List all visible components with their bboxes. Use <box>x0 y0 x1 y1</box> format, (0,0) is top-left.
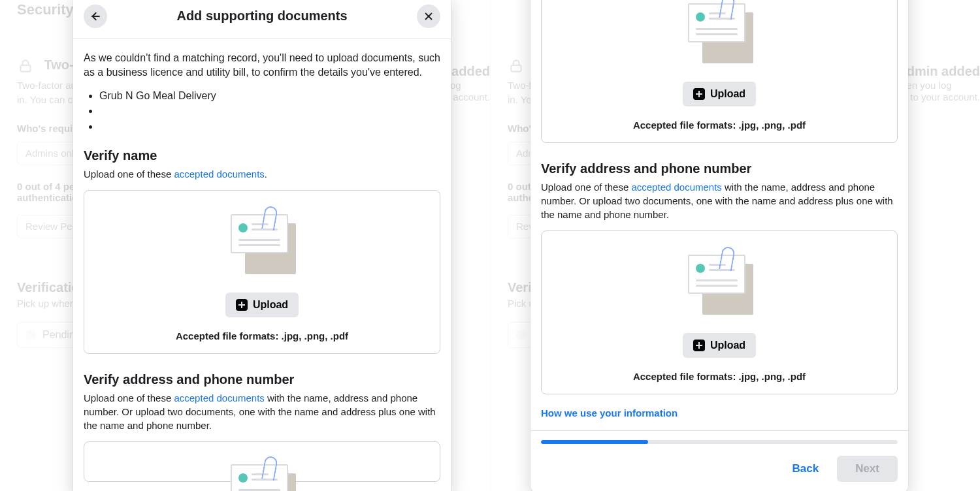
upload-button[interactable]: Upload <box>683 333 756 358</box>
svg-rect-0 <box>20 65 30 72</box>
modal-footer: Back Next <box>531 430 908 491</box>
how-we-use-info-link[interactable]: How we use your information <box>541 407 898 419</box>
document-illustration-icon <box>680 0 759 69</box>
upload-button[interactable]: Upload <box>683 82 756 106</box>
upload-card-name[interactable]: Upload Accepted file formats: .jpg, .png… <box>84 190 440 354</box>
arrow-left-icon <box>90 10 101 22</box>
upload-card-address[interactable]: Upload Accepted file formats: .jpg, .png… <box>541 230 898 394</box>
close-button[interactable] <box>417 5 440 28</box>
upload-card-name[interactable]: Upload Accepted file formats: .jpg, .png… <box>541 0 898 143</box>
lock-icon <box>17 57 34 74</box>
close-icon <box>423 10 434 22</box>
accepted-documents-link[interactable]: accepted documents <box>631 182 721 193</box>
modal-body-scrolled: Upload Accepted file formats: .jpg, .png… <box>531 0 908 430</box>
plus-icon <box>693 88 705 100</box>
list-item <box>99 103 440 118</box>
admin-added-heading-r: Admin added <box>897 64 980 79</box>
accepted-formats: Accepted file formats: .jpg, .png, .pdf <box>633 371 806 382</box>
upload-card-address[interactable] <box>84 441 440 482</box>
modal-intro: As we couldn't find a matching record, y… <box>84 51 440 79</box>
upload-button[interactable]: Upload <box>225 293 299 317</box>
modal-header: Add supporting documents <box>73 0 451 39</box>
modal-title: Add supporting documents <box>176 8 347 24</box>
accepted-formats: Accepted file formats: .jpg, .png, .pdf <box>176 330 348 341</box>
add-documents-modal-scrolled: Upload Accepted file formats: .jpg, .png… <box>531 0 908 491</box>
document-illustration-icon <box>680 251 759 320</box>
accepted-documents-link[interactable]: accepted documents <box>174 168 264 180</box>
next-button[interactable]: Next <box>837 456 898 482</box>
svg-rect-1 <box>511 65 521 72</box>
upload-label: Upload <box>710 88 745 100</box>
verify-address-heading: Verify address and phone number <box>84 372 440 387</box>
list-item: Grub N Go Meal Delivery <box>99 88 440 103</box>
plus-icon <box>693 340 705 351</box>
progress-bar-fill <box>541 440 648 444</box>
verify-address-heading: Verify address and phone number <box>541 161 898 176</box>
plus-icon <box>236 299 248 311</box>
entered-details-list: Grub N Go Meal Delivery <box>99 88 440 134</box>
list-item <box>99 119 440 134</box>
verify-address-sub: Upload one of these accepted documents w… <box>84 391 440 432</box>
add-documents-modal: Add supporting documents As we couldn't … <box>73 0 451 491</box>
accepted-documents-link[interactable]: accepted documents <box>174 392 264 404</box>
modal-body: As we couldn't find a matching record, y… <box>73 39 451 491</box>
accepted-formats: Accepted file formats: .jpg, .png, .pdf <box>633 119 806 131</box>
verify-name-sub: Upload one of these accepted documents. <box>84 167 440 181</box>
pending-dot-icon <box>25 330 36 340</box>
back-button[interactable]: Back <box>781 456 831 482</box>
lock-icon <box>508 57 525 74</box>
upload-label: Upload <box>710 340 745 351</box>
document-illustration-icon <box>223 210 301 279</box>
upload-label: Upload <box>253 299 288 311</box>
document-illustration-icon <box>223 460 301 491</box>
verify-address-sub: Upload one of these accepted documents w… <box>541 180 898 221</box>
progress-bar <box>541 440 898 444</box>
back-icon-button[interactable] <box>84 5 107 28</box>
verify-name-heading: Verify name <box>84 148 440 163</box>
